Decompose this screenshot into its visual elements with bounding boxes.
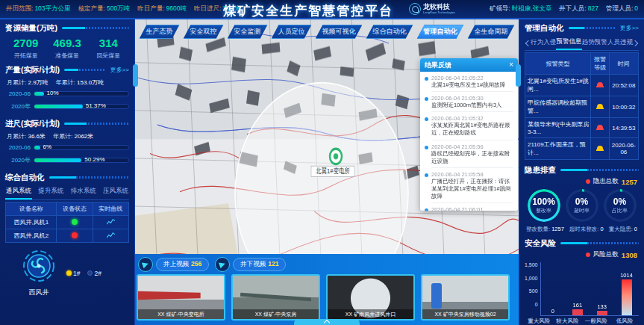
chart-y-axis: 1,5001,0005000 [525, 262, 540, 316]
progress-track: 50.29% [34, 158, 129, 163]
radio-dot [66, 270, 72, 276]
brand-name: 龙软科技 [423, 4, 455, 10]
tab-safety-dual-control[interactable]: 安全双控 [184, 25, 224, 39]
alarm-type: 21109工作面来压，预计... [525, 138, 591, 160]
surface-video-button[interactable]: 井上视频256 [156, 258, 209, 271]
section-decoration [62, 27, 129, 29]
management-more-link[interactable]: 更多>> [620, 24, 639, 32]
tab-behavior-intrusion[interactable]: 行为入侵 [531, 37, 556, 49]
curve-chart-icon[interactable] [107, 232, 115, 238]
tab-safety-monitoring[interactable]: 安全监测 [228, 25, 268, 39]
section-safety-risk: 安全风险 风险总数1308 1,5001,0005000 0 161 133 1… [519, 235, 644, 325]
bar-major-risk: 0 [543, 262, 563, 315]
stat-mine-leaders: 矿领导:时祖康,张文章 [490, 4, 551, 13]
device-name: 西风井,风机1 [6, 216, 57, 229]
stat-management-staff: 管理人员:0 [606, 4, 638, 13]
stat-major: 重大隐患: 0 [609, 226, 637, 233]
fan-selector: 1# 2# [66, 270, 101, 277]
section-footage: 进尺(实际/计划) 月累计: 36.6米年累计: 2062米 2020-066%… [0, 115, 134, 169]
section-decoration [569, 27, 616, 29]
section-production: 产量(实际/计划)更多>> 月累计: 2.9万吨年累计: 153.0万吨 202… [0, 61, 134, 115]
tab-integrated-automation[interactable]: 综合自动化 [366, 25, 413, 39]
alarm-row[interactable]: 某领导未到(中央副泵房3-3...14:39:53 [525, 118, 639, 138]
tab-management-automation[interactable]: 管理自动化 [417, 25, 464, 39]
table-row[interactable]: 西风井,风机2 [6, 229, 129, 243]
alarm-time: 2020-06-06 [609, 138, 638, 160]
feedback-header[interactable]: 结果反馈 × [420, 58, 518, 72]
bar-larger-risk: 161 [568, 262, 587, 315]
stat-label: 核定产量: [78, 4, 105, 12]
progress-percent: 51.37% [86, 102, 106, 109]
alarm-icon [596, 103, 604, 109]
col-device-name: 设备名称 [6, 202, 57, 216]
tab-drainage-system[interactable]: 排水系统 [70, 185, 97, 199]
tab-video-visualization[interactable]: 视频可视化 [316, 25, 363, 39]
stat-approved-output: 核定产量:500万吨 [78, 4, 131, 13]
stat-value: 103平方公里 [34, 4, 70, 12]
device-table: 设备名称 设备状态 实时曲线 西风井,风机1 西风井,风机2 [5, 202, 129, 243]
tab-trend-warning[interactable]: 趋势预警 [582, 37, 607, 49]
chevron-right-icon[interactable] [633, 40, 639, 46]
gauge-overdue-rate: 0%超时率 [566, 189, 598, 222]
tab-personnel-violation[interactable]: 人员违规 [607, 37, 633, 49]
month-total: 月累计: 36.6米 [7, 132, 46, 140]
surface-video-count: 256 [191, 260, 201, 267]
tab-full-lifecycle[interactable]: 全生命周期 [468, 25, 515, 39]
alarm-icon [596, 81, 604, 87]
fan-radio-1[interactable]: 1# [66, 270, 80, 277]
red-dot-icon [586, 253, 590, 257]
alarm-type: 北翼1#变电所发生1#跳闸... [525, 75, 591, 96]
left-panel-collapse-handle[interactable] [133, 64, 138, 87]
right-panel-collapse-handle[interactable] [516, 64, 521, 87]
stat-label: 昨日进尺: [194, 4, 221, 12]
longruan-logo-icon [409, 3, 421, 15]
year-total: 年累计: 153.0万吨 [56, 78, 104, 87]
bar-label: 2020-06 [5, 90, 34, 97]
camera-icon[interactable] [215, 257, 230, 272]
reserve-item: 2709开拓煤量 [5, 37, 46, 60]
tab-hoist-system[interactable]: 提升系统 [37, 185, 64, 199]
tab-ventilation-system[interactable]: 通风系统 [5, 185, 32, 199]
alarm-icon [596, 124, 604, 130]
camera-icon[interactable] [138, 257, 153, 272]
progress-track: 10% [34, 91, 129, 96]
alarm-row[interactable]: 甲烷传感器调校超期预警...10:00:32 [525, 96, 639, 118]
brand-logo: 龙软科技LongRuan Technologies [409, 3, 455, 15]
chevron-left-icon[interactable] [525, 40, 531, 46]
bar-label: 2020年 [5, 102, 34, 111]
video-thumbnail-air-shaft[interactable]: XX 矿南风井进风井口 [326, 274, 415, 321]
underground-video-button[interactable]: 井下视频121 [233, 258, 286, 271]
tab-production-situation[interactable]: 生产态势 [140, 25, 180, 39]
red-dot-icon [586, 179, 590, 184]
close-icon[interactable]: × [509, 61, 513, 69]
production-more-link[interactable]: 更多>> [110, 66, 129, 74]
fan-display: 西风井 [22, 249, 56, 297]
video-thumbnails: XX 煤矿-中央变电所 XX 煤矿-中央泵房 XX 矿南风井进风井口 XX 矿中… [135, 272, 519, 321]
tab-personnel-positioning[interactable]: 人员定位 [272, 25, 312, 39]
curve-chart-icon[interactable] [107, 218, 115, 225]
video-thumbnail-pump-room[interactable]: XX 煤矿-中央泵房 [231, 274, 320, 321]
video-caption: XX 煤矿-中央泵房 [233, 309, 319, 319]
col-device-status: 设备状态 [57, 202, 93, 216]
page-title: 煤矿安全生产智慧管控平台 [223, 2, 393, 19]
footage-month-bar: 2020-066% [5, 142, 129, 153]
video-thumbnail-mobile-cam[interactable]: XX 矿中央泵房移动视频02 [421, 274, 510, 321]
table-row[interactable]: 西风井,风机1 [6, 216, 129, 229]
fan-radio-2[interactable]: 2# [87, 270, 101, 277]
tab-warning-info[interactable]: 预警信息 [556, 36, 581, 50]
feedback-entry: 2020-06-04 21:05:32张某某距离北翼1#变电所路程最近，正在规划… [425, 115, 513, 140]
stat-label: 昨日产量: [137, 4, 164, 12]
tab-compressed-air-system[interactable]: 压风系统 [102, 185, 129, 199]
video-thumbnail-substation[interactable]: XX 煤矿-中央变电所 [137, 274, 225, 321]
stat-underground-staff: 井下人员:827 [559, 4, 598, 13]
map-area[interactable]: 北翼1#变电所 生产态势 安全双控 安全监测 人员定位 视频可视化 综合自动化 … [135, 19, 519, 325]
feedback-list: 2020-06-04 21:05:22北翼1#变电所发生1#跳闸故障 2020-… [420, 72, 518, 211]
alarm-row[interactable]: 北翼1#变电所发生1#跳闸...20:52:08 [525, 75, 639, 96]
alarm-row[interactable]: 21109工作面来压，预计...2020-06-06 [525, 138, 639, 160]
section-title: 进尺(实际/计划) [5, 119, 60, 129]
gauge-proportion-rate: 0%占比率 [604, 189, 637, 222]
alarm-icon [596, 145, 604, 151]
strip-collapse-handle[interactable] [294, 319, 360, 325]
mine-stats-left: 井田范围:103平方公里 核定产量:500万吨 昨日产量:9600吨 昨日进尺:… [6, 4, 241, 13]
progress-percent: 10% [47, 90, 59, 96]
